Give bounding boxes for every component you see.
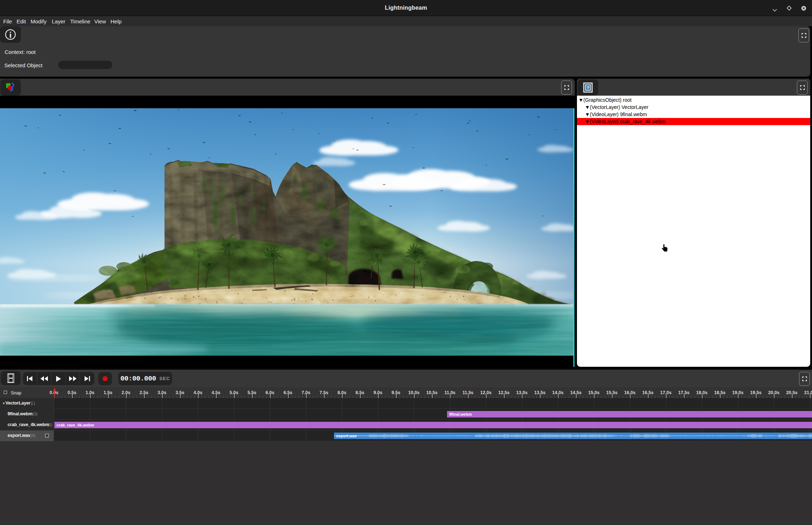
svg-text:?: ? xyxy=(587,85,590,91)
